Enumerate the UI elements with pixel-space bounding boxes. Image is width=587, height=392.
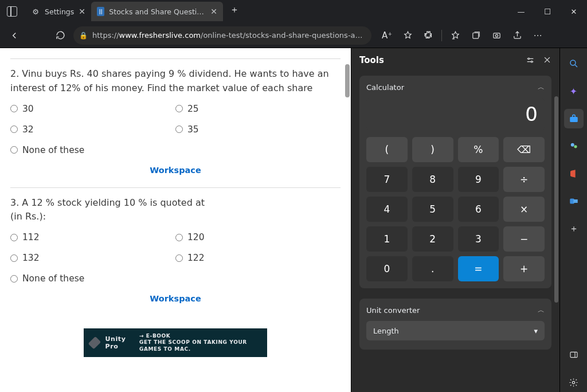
calc-key-3[interactable]: 3	[458, 226, 499, 252]
option-122[interactable]: 122	[175, 253, 341, 263]
add-app-button[interactable]: ＋	[564, 219, 584, 238]
calc-key-lparen[interactable]: (	[366, 137, 408, 162]
question-2-text: 2. Vinu buys Rs. 40 shares paying 9 % di…	[10, 67, 341, 96]
close-icon[interactable]: ✕	[210, 7, 217, 16]
calc-key-backspace[interactable]: ⌫	[503, 137, 545, 162]
radio-icon	[10, 234, 18, 241]
maximize-button[interactable]: ☐	[534, 0, 561, 23]
close-sidepanel-button[interactable]	[543, 56, 551, 65]
calc-key-minus[interactable]: −	[503, 226, 545, 252]
ad-banner[interactable]: Unity Pro → E-BOOK GET THE SCOOP ON TAKI…	[84, 328, 267, 357]
address-bar[interactable]: 🔒 https://www.fresherslive.com/online-te…	[73, 26, 371, 45]
calc-key-5[interactable]: 5	[412, 197, 453, 222]
svg-point-3	[528, 58, 530, 60]
svg-rect-1	[493, 33, 499, 38]
sidebar-settings-icon[interactable]	[564, 373, 584, 392]
tab-actions-icon[interactable]	[7, 6, 17, 17]
calc-key-4[interactable]: 4	[366, 197, 408, 222]
calc-key-dot[interactable]: .	[412, 256, 453, 281]
tabs: ⚙ Settings ✕ || Stocks and Share Questio…	[25, 2, 242, 21]
option-none[interactable]: None of these	[10, 145, 341, 155]
calc-key-7[interactable]: 7	[366, 167, 408, 192]
svg-point-4	[531, 61, 533, 62]
search-icon[interactable]	[564, 54, 584, 73]
question-2-options: 30 25 32 35 None of these	[10, 104, 341, 155]
svg-rect-11	[570, 352, 577, 357]
close-icon[interactable]: ✕	[79, 7, 85, 16]
radio-icon	[10, 275, 18, 283]
calc-key-2[interactable]: 2	[412, 226, 453, 252]
collapse-sidebar-icon[interactable]	[564, 345, 584, 364]
page-scrollbar[interactable]	[345, 64, 350, 97]
sidepanel-title: Tools	[359, 55, 384, 65]
tab-label: Stocks and Share Questions and	[109, 7, 206, 16]
calc-key-divide[interactable]: ÷	[503, 167, 545, 192]
divider	[10, 187, 341, 188]
option-25[interactable]: 25	[175, 104, 341, 114]
chevron-down-icon: ▾	[534, 327, 538, 335]
calc-key-equals[interactable]: =	[458, 256, 499, 281]
chevron-up-icon[interactable]: ︿	[538, 305, 545, 315]
new-tab-button[interactable]: ＋	[226, 2, 242, 18]
calc-key-6[interactable]: 6	[458, 197, 499, 222]
option-none[interactable]: None of these	[10, 273, 341, 284]
share-button[interactable]	[507, 26, 527, 45]
back-button[interactable]	[5, 26, 24, 45]
unit-converter-title: Unit converter	[366, 306, 420, 315]
ad-brand: Unity Pro	[105, 335, 132, 350]
option-30[interactable]: 30	[10, 104, 175, 114]
radio-icon	[175, 254, 183, 262]
outlook-icon[interactable]	[564, 191, 584, 211]
minimize-button[interactable]: —	[508, 0, 534, 23]
option-120[interactable]: 120	[175, 232, 341, 242]
divider	[10, 58, 341, 59]
option-112[interactable]: 112	[10, 232, 175, 242]
option-35[interactable]: 35	[175, 124, 341, 135]
option-32[interactable]: 32	[10, 124, 175, 135]
toolbar: 🔒 https://www.fresherslive.com/online-te…	[0, 23, 587, 48]
ad-copy: → E-BOOK GET THE SCOOP ON TAKING YOUR GA…	[139, 333, 260, 353]
workspace-link[interactable]: Workspace	[10, 294, 341, 303]
tools-sidepanel: Tools Calculator ︿ 0 ( )	[351, 48, 559, 392]
calc-key-percent[interactable]: %	[458, 137, 499, 162]
settings-icon[interactable]	[526, 56, 535, 65]
chevron-up-icon[interactable]: ︿	[538, 83, 545, 92]
calc-key-plus[interactable]: +	[503, 256, 545, 281]
calc-key-0[interactable]: 0	[366, 256, 408, 281]
vertical-sidebar: ✦ ＋	[559, 48, 587, 392]
read-aloud-button[interactable]: A⁺	[377, 26, 397, 45]
calc-key-8[interactable]: 8	[412, 167, 453, 192]
favorite-button[interactable]	[398, 26, 417, 45]
calc-key-9[interactable]: 9	[458, 167, 499, 192]
radio-icon	[10, 254, 18, 262]
tab-settings[interactable]: ⚙ Settings ✕	[25, 2, 91, 21]
collections-button[interactable]	[466, 26, 486, 45]
option-132[interactable]: 132	[10, 253, 175, 263]
more-button[interactable]: ⋯	[528, 26, 547, 45]
calculator-title: Calculator	[366, 83, 404, 92]
extensions-button[interactable]	[418, 26, 438, 45]
svg-rect-10	[573, 199, 578, 203]
unit-converter-card: Unit converter ︿ Length ▾	[359, 299, 551, 350]
favorites-list-button[interactable]	[445, 26, 465, 45]
site-favicon-icon: ||	[97, 7, 104, 16]
svg-point-12	[572, 381, 574, 383]
window-controls: — ☐ ✕	[508, 0, 587, 23]
calc-key-1[interactable]: 1	[366, 226, 408, 252]
unit-type-select[interactable]: Length ▾	[366, 321, 545, 340]
close-window-button[interactable]: ✕	[561, 0, 587, 23]
tab-label: Settings	[45, 7, 74, 16]
copilot-icon[interactable]: ✦	[564, 81, 584, 101]
workspace-link[interactable]: Workspace	[10, 166, 341, 175]
calc-key-rparen[interactable]: )	[412, 137, 453, 162]
tools-icon[interactable]	[564, 109, 584, 128]
refresh-button[interactable]	[50, 26, 70, 45]
radio-icon	[175, 105, 183, 112]
sidepanel-scrollbar[interactable]	[554, 96, 558, 303]
svg-rect-6	[570, 117, 578, 122]
office-icon[interactable]	[564, 164, 584, 183]
people-icon[interactable]	[564, 136, 584, 156]
calc-key-multiply[interactable]: ×	[503, 197, 545, 222]
tab-stocks[interactable]: || Stocks and Share Questions and ✕	[91, 2, 223, 21]
screenshot-button[interactable]	[487, 26, 506, 45]
